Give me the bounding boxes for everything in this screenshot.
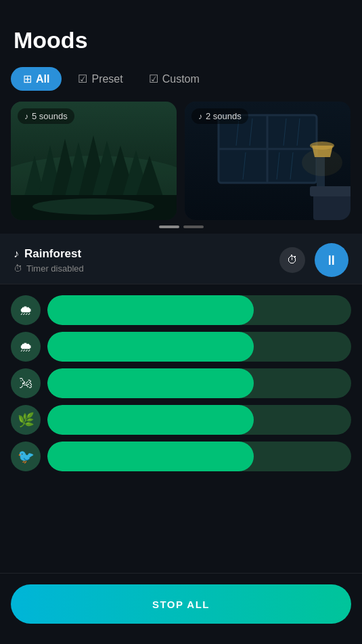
slider-fill-3 xyxy=(47,405,254,435)
pause-icon: ⏸ xyxy=(325,253,338,268)
mood-card-rainforest[interactable]: ♪ 5 sounds xyxy=(11,102,177,220)
slider-track-1[interactable] xyxy=(47,332,351,362)
tab-custom[interactable]: ☑ Custom xyxy=(139,67,209,91)
tab-all-label: All xyxy=(36,73,49,85)
slider-fill-2 xyxy=(47,368,254,398)
mood-cards: ♪ 5 sounds xyxy=(0,102,362,220)
note-icon: ♪ xyxy=(24,112,28,121)
filter-tabs: ⊞ All ☑ Preset ☑ Custom xyxy=(0,60,362,102)
now-playing-panel: ♪ Rainforest ⏱ Timer disabled ⏱ ⏸ xyxy=(0,234,362,284)
forest-icon: 🌿 xyxy=(18,412,35,428)
timer-row: ⏱ Timer disabled xyxy=(14,263,84,274)
stopwatch-icon: ⏱ xyxy=(287,254,298,266)
timer-button[interactable]: ⏱ xyxy=(279,247,305,273)
now-playing-title: ♪ Rainforest xyxy=(14,247,84,261)
pause-button[interactable]: ⏸ xyxy=(315,243,348,277)
slider-row-0: 🌧 xyxy=(11,295,351,325)
sound-count-rainforest: 5 sounds xyxy=(32,111,68,121)
stop-all-label: STOP ALL xyxy=(152,599,210,610)
now-playing-info: ♪ Rainforest ⏱ Timer disabled xyxy=(14,247,84,274)
wind-icon: 🌬 xyxy=(19,376,32,391)
scroll-dot-2 xyxy=(183,226,204,228)
slider-icon-3: 🌿 xyxy=(11,405,41,435)
svg-point-26 xyxy=(310,142,334,150)
tab-preset-label: Preset xyxy=(91,73,122,85)
note-icon-2: ♪ xyxy=(198,112,202,121)
page-title: Moods xyxy=(14,27,348,53)
timer-label: Timer disabled xyxy=(26,263,84,274)
slider-row-4: 🐦 xyxy=(11,442,351,471)
slider-row-3: 🌿 xyxy=(11,405,351,435)
svg-point-12 xyxy=(32,198,154,215)
scroll-indicator xyxy=(0,220,362,234)
slider-track-4[interactable] xyxy=(47,442,351,471)
stop-all-button[interactable]: STOP ALL xyxy=(11,584,351,624)
slider-track-2[interactable] xyxy=(47,368,351,398)
tab-all[interactable]: ⊞ All xyxy=(11,67,62,91)
slider-icon-1: 🌧 xyxy=(11,332,41,362)
slider-fill-0 xyxy=(47,295,254,325)
scroll-dot-1 xyxy=(159,226,179,228)
slider-icon-0: 🌧 xyxy=(11,295,41,325)
slider-track-0[interactable] xyxy=(47,295,351,325)
now-playing-name: Rainforest xyxy=(24,247,81,261)
mood-card-nightroom[interactable]: ♪ 2 sounds xyxy=(185,102,350,220)
slider-icon-4: 🐦 xyxy=(11,442,41,471)
sound-badge-nightroom: ♪ 2 sounds xyxy=(191,108,248,124)
slider-icon-2: 🌬 xyxy=(11,368,41,398)
preset-icon: ☑ xyxy=(78,72,87,85)
grid-icon: ⊞ xyxy=(23,72,32,85)
svg-point-27 xyxy=(302,149,342,176)
sound-badge-rainforest: ♪ 5 sounds xyxy=(18,108,74,124)
tab-preset[interactable]: ☑ Preset xyxy=(68,67,132,91)
slider-track-3[interactable] xyxy=(47,405,351,435)
svg-rect-29 xyxy=(310,186,350,196)
page-container: Moods ⊞ All ☑ Preset ☑ Custom xyxy=(0,0,362,644)
rain-icon-1: 🌧 xyxy=(19,339,32,355)
slider-fill-1 xyxy=(47,332,254,362)
header: Moods xyxy=(0,0,362,60)
music-note-icon: ♪ xyxy=(14,248,19,260)
custom-icon: ☑ xyxy=(149,72,158,85)
rain-icon-0: 🌧 xyxy=(19,303,32,318)
tab-custom-label: Custom xyxy=(162,73,200,85)
now-playing-controls: ⏱ ⏸ xyxy=(279,243,348,277)
slider-fill-4 xyxy=(47,442,254,471)
sound-count-nightroom: 2 sounds xyxy=(206,111,242,121)
slider-row-1: 🌧 xyxy=(11,332,351,362)
stop-all-container: STOP ALL xyxy=(0,574,362,644)
slider-row-2: 🌬 xyxy=(11,368,351,398)
timer-icon: ⏱ xyxy=(14,263,22,274)
sound-sliders: 🌧 🌧 🌬 🌿 xyxy=(0,284,362,573)
bird-icon: 🐦 xyxy=(18,448,35,465)
